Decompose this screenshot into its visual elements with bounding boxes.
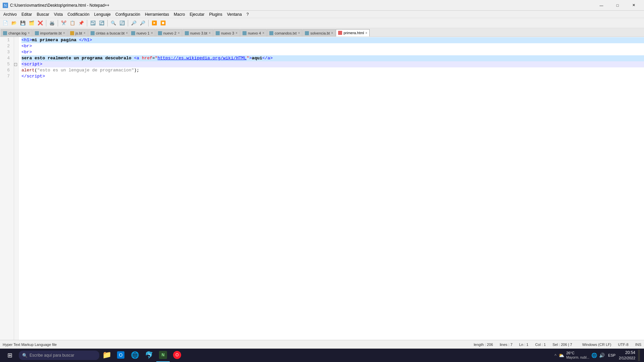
tab-close-js[interactable]: × — [84, 31, 86, 35]
taskbar-app-explorer[interactable]: 📁 — [100, 349, 113, 362]
code-link-val: https://es.wikipedia.org/wiki/HTML — [158, 55, 247, 61]
volume-icon[interactable]: 🔊 — [599, 353, 605, 358]
line-num-7: 7 — [0, 73, 12, 79]
menu-plugins[interactable]: Plugins — [207, 11, 224, 17]
tab-close-nuevo3bt[interactable]: × — [209, 31, 211, 35]
cut-button[interactable]: ✂️ — [60, 19, 68, 27]
find-button[interactable]: 🔍 — [109, 19, 117, 27]
fold-1 — [14, 37, 18, 43]
redo-button[interactable]: ↪️ — [98, 19, 106, 27]
code-line-3: <br> — [21, 49, 644, 55]
tab-close-cintas[interactable]: × — [126, 31, 128, 35]
tab-primera[interactable]: primera.html × — [336, 29, 370, 37]
taskbar-search[interactable]: 🔍 Escribe aquí para buscar — [19, 351, 99, 360]
tab-close-nuevo4[interactable]: × — [262, 31, 264, 35]
menu-lenguaje[interactable]: Lenguaje — [92, 11, 113, 17]
tab-label-comandos: comandos.txt — [275, 31, 297, 35]
clock-time: 20:54 — [619, 350, 635, 356]
save-all-button[interactable]: 🗂️ — [28, 19, 36, 27]
tab-importante[interactable]: importante.bt × — [33, 29, 67, 37]
maximize-button[interactable]: □ — [610, 0, 625, 11]
explorer-icon: 📁 — [102, 351, 111, 359]
tab-label-primera: primera.html — [343, 31, 364, 35]
fold-indicator-5[interactable]: - — [14, 63, 17, 66]
undo-button[interactable]: ↩️ — [89, 19, 97, 27]
save-file-button[interactable]: 💾 — [19, 19, 27, 27]
taskbar-app-unknown1[interactable]: 🐬 — [142, 349, 156, 362]
tab-cintas[interactable]: cintas a buscar.bt × — [88, 29, 128, 37]
menu-ejecutar[interactable]: Ejecutar — [187, 11, 206, 17]
tab-icon-cintas — [91, 31, 95, 35]
network-icon[interactable]: 🌐 — [591, 353, 597, 358]
taskbar-app-ie[interactable]: 🌐 — [128, 349, 142, 362]
close-button[interactable]: ✕ — [626, 0, 641, 11]
taskbar-app-notepadpp[interactable]: N — [156, 349, 170, 362]
tab-nuevo2[interactable]: nuevo 2 × — [156, 29, 182, 37]
menu-help[interactable]: ? — [245, 11, 251, 17]
toolbar-sep-6 — [148, 20, 149, 26]
replace-button[interactable]: 🔄 — [118, 19, 126, 27]
line-num-4: 4 — [0, 55, 12, 61]
fold-3 — [14, 49, 18, 55]
tab-close-nuevo1[interactable]: × — [151, 31, 153, 35]
tab-nuevo3[interactable]: nuevo 3 × — [213, 29, 240, 37]
tab-close-changelog[interactable]: × — [28, 31, 30, 35]
notepadpp-icon: N — [159, 351, 167, 359]
tab-close-solvencia[interactable]: × — [331, 31, 333, 35]
taskbar-search-text: Escribe aquí para buscar — [30, 353, 74, 358]
open-file-button[interactable]: 📂 — [10, 19, 18, 27]
status-bar: Hyper Text Markup Language file length :… — [0, 340, 644, 349]
copy-button[interactable]: 📋 — [68, 19, 76, 27]
code-line-6: alert("esto es un lenguaje de programaci… — [21, 67, 644, 73]
tab-close-nuevo2[interactable]: × — [178, 31, 180, 35]
fold-4 — [14, 55, 18, 61]
tab-label-nuevo1: nuevo 1 — [137, 31, 150, 35]
menu-bar: Archivo Editar Buscar Vista Codificación… — [0, 11, 644, 18]
menu-codificacion[interactable]: Codificación — [65, 11, 91, 17]
code-area[interactable]: <h1>mi primera pagina </h1> <br> <br> se… — [19, 37, 644, 340]
close-file-button[interactable]: ❌ — [36, 19, 44, 27]
menu-ventana[interactable]: Ventana — [225, 11, 244, 17]
tab-changelog[interactable]: change.log × — [1, 29, 32, 37]
tab-close-comandos[interactable]: × — [298, 31, 300, 35]
taskbar-right: ^ ⛅ 26°C Mayorm. nubl... 🌐 🔊 ESP 20:54 2… — [554, 350, 643, 361]
tab-label-nuevo3: nuevo 3 — [221, 31, 234, 35]
tab-nuevo1[interactable]: nuevo 1 × — [129, 29, 155, 37]
clock[interactable]: 20:54 2/12/2022 — [619, 350, 635, 360]
paste-button[interactable]: 📌 — [77, 19, 85, 27]
run-button[interactable]: ▶️ — [150, 19, 158, 27]
taskbar-app-opera[interactable]: O — [170, 349, 184, 362]
tab-comandos[interactable]: comandos.txt × — [267, 29, 302, 37]
menu-herramientas[interactable]: Herramientas — [143, 11, 171, 17]
taskbar-app-outlook[interactable]: O — [114, 349, 127, 362]
tab-close-primera[interactable]: × — [365, 31, 367, 35]
tab-nuevo4[interactable]: nuevo 4 × — [240, 29, 267, 37]
status-ins: INS — [635, 343, 641, 347]
menu-editar[interactable]: Editar — [19, 11, 34, 17]
tab-close-importante[interactable]: × — [63, 31, 65, 35]
code-line-1: <h1>mi primera pagina </h1> — [21, 37, 644, 43]
zoom-in-button[interactable]: 🔎 — [130, 19, 138, 27]
menu-buscar[interactable]: Buscar — [35, 11, 51, 17]
start-button[interactable]: ⊞ — [1, 349, 18, 362]
new-file-button[interactable]: 📄 — [1, 19, 9, 27]
show-desktop-button[interactable] — [638, 350, 640, 361]
menu-macro[interactable]: Macro — [172, 11, 187, 17]
print-button[interactable]: 🖨️ — [48, 19, 56, 27]
minimize-button[interactable]: — — [594, 0, 609, 11]
stop-button[interactable]: ⏹️ — [159, 19, 167, 27]
line-num-1: 1 — [0, 37, 12, 43]
show-desktop-icon[interactable]: ^ — [554, 353, 556, 358]
zoom-out-button[interactable]: 🔎 — [139, 19, 147, 27]
tab-close-nuevo3[interactable]: × — [235, 31, 237, 35]
code-tag-br-3: <br> — [21, 49, 32, 55]
tab-nuevo3bt[interactable]: nuevo 3.bt × — [182, 29, 213, 37]
tab-solvencia[interactable]: solvencia.bt × — [303, 29, 335, 37]
fold-5[interactable]: - — [14, 61, 18, 67]
code-attr-val-quote2: " — [247, 55, 249, 61]
menu-vista[interactable]: Vista — [52, 11, 65, 17]
menu-configuracion[interactable]: Configuración — [113, 11, 142, 17]
menu-archivo[interactable]: Archivo — [1, 11, 19, 17]
tab-js[interactable]: js.bt × — [68, 29, 88, 37]
code-tag-a-end: </a> — [262, 55, 273, 61]
